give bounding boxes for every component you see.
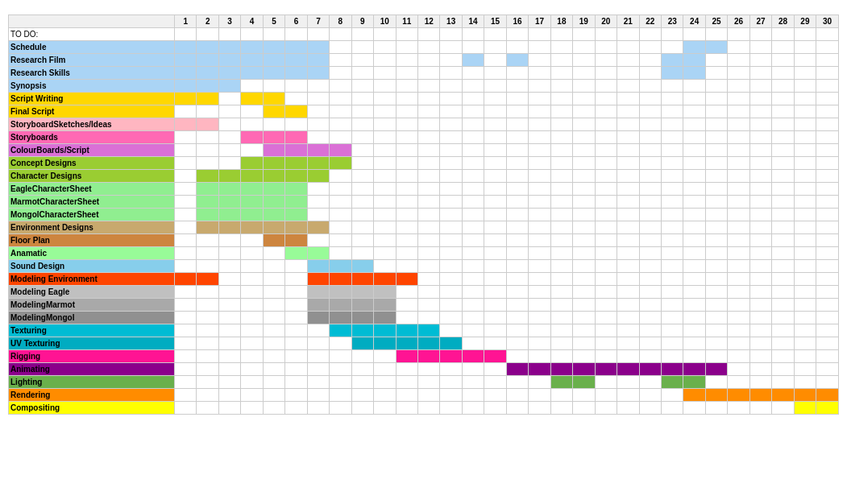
cell-r22-w20 (595, 312, 617, 324)
cell-r6-w8 (330, 105, 351, 118)
cell-r23-w15 (484, 324, 506, 337)
cell-r29-w1 (175, 402, 197, 415)
cell-r16-w17 (529, 234, 550, 247)
cell-r14-w19 (573, 209, 595, 221)
cell-r29-w13 (440, 402, 462, 415)
cell-r5-w16 (506, 93, 528, 105)
cell-r18-w3 (218, 260, 240, 273)
cell-r11-w5 (263, 170, 284, 183)
row-label-23: Texturing (9, 324, 175, 337)
cell-r11-w26 (728, 170, 749, 183)
cell-r1-w20 (595, 41, 617, 54)
cell-r19-w21 (617, 273, 639, 286)
cell-r28-w4 (241, 389, 263, 402)
cell-r17-w14 (462, 247, 484, 260)
cell-r3-w17 (529, 67, 550, 80)
cell-r16-w27 (749, 234, 771, 247)
cell-r19-w16 (506, 273, 528, 286)
cell-r8-w22 (639, 131, 661, 144)
cell-r5-w13 (440, 93, 462, 105)
cell-r11-w21 (617, 170, 639, 183)
row-label-16: Floor Plan (9, 234, 175, 247)
cell-r0-w17 (529, 28, 550, 41)
cell-r2-w21 (617, 54, 639, 67)
cell-r10-w3 (218, 157, 240, 170)
cell-r29-w30 (816, 402, 839, 415)
cell-r3-w4 (241, 67, 263, 80)
cell-r21-w25 (705, 299, 727, 312)
table-row: ColourBoards/Script (9, 144, 839, 157)
cell-r2-w8 (330, 54, 351, 67)
cell-r2-w19 (573, 54, 595, 67)
cell-r18-w26 (728, 260, 749, 273)
cell-r1-w11 (396, 41, 417, 54)
cell-r24-w23 (661, 337, 683, 350)
week-header-9: 9 (351, 15, 373, 28)
cell-r4-w4 (241, 80, 263, 93)
cell-r10-w30 (816, 157, 839, 170)
cell-r14-w24 (683, 209, 705, 221)
cell-r7-w8 (330, 118, 351, 131)
cell-r4-w14 (462, 80, 484, 93)
cell-r4-w28 (772, 80, 794, 93)
cell-r20-w7 (307, 286, 329, 299)
cell-r0-w9 (351, 28, 373, 41)
cell-r9-w30 (816, 144, 839, 157)
cell-r12-w28 (772, 183, 794, 196)
week-header-24: 24 (683, 15, 705, 28)
cell-r29-w8 (330, 402, 351, 415)
cell-r25-w21 (617, 350, 639, 363)
cell-r26-w21 (617, 363, 639, 376)
cell-r11-w1 (175, 170, 197, 183)
cell-r15-w7 (307, 221, 329, 234)
cell-r10-w21 (617, 157, 639, 170)
cell-r19-w22 (639, 273, 661, 286)
cell-r17-w23 (661, 247, 683, 260)
cell-r14-w28 (772, 209, 794, 221)
row-label-21: ModelingMarmot (9, 299, 175, 312)
cell-r23-w21 (617, 324, 639, 337)
cell-r21-w6 (285, 299, 307, 312)
cell-r18-w5 (263, 260, 284, 273)
cell-r23-w13 (440, 324, 462, 337)
cell-r20-w12 (417, 286, 439, 299)
cell-r17-w28 (772, 247, 794, 260)
cell-r20-w13 (440, 286, 462, 299)
table-row: MongolCharacterSheet (9, 209, 839, 221)
cell-r22-w26 (728, 312, 749, 324)
cell-r11-w11 (396, 170, 417, 183)
cell-r10-w22 (639, 157, 661, 170)
cell-r16-w2 (197, 234, 218, 247)
cell-r0-w28 (772, 28, 794, 41)
cell-r6-w4 (241, 105, 263, 118)
cell-r24-w24 (683, 337, 705, 350)
cell-r15-w28 (772, 221, 794, 234)
cell-r2-w23 (661, 54, 683, 67)
cell-r10-w5 (263, 157, 284, 170)
cell-r12-w26 (728, 183, 749, 196)
week-header-6: 6 (285, 15, 307, 28)
cell-r2-w12 (417, 54, 439, 67)
cell-r18-w21 (617, 260, 639, 273)
header-label (9, 15, 175, 28)
table-row: Rendering (9, 389, 839, 402)
cell-r9-w29 (794, 144, 816, 157)
cell-r8-w27 (749, 131, 771, 144)
table-row: MarmotCharacterSheet (9, 196, 839, 209)
cell-r12-w18 (550, 183, 572, 196)
week-header-19: 19 (573, 15, 595, 28)
cell-r5-w4 (241, 93, 263, 105)
cell-r19-w3 (218, 273, 240, 286)
cell-r24-w3 (218, 337, 240, 350)
cell-r28-w30 (816, 389, 839, 402)
cell-r16-w10 (374, 234, 396, 247)
cell-r7-w14 (462, 118, 484, 131)
cell-r5-w18 (550, 93, 572, 105)
cell-r2-w28 (772, 54, 794, 67)
cell-r29-w2 (197, 402, 218, 415)
cell-r27-w30 (816, 376, 839, 389)
cell-r23-w4 (241, 324, 263, 337)
cell-r25-w14 (462, 350, 484, 363)
cell-r17-w19 (573, 247, 595, 260)
cell-r1-w4 (241, 41, 263, 54)
